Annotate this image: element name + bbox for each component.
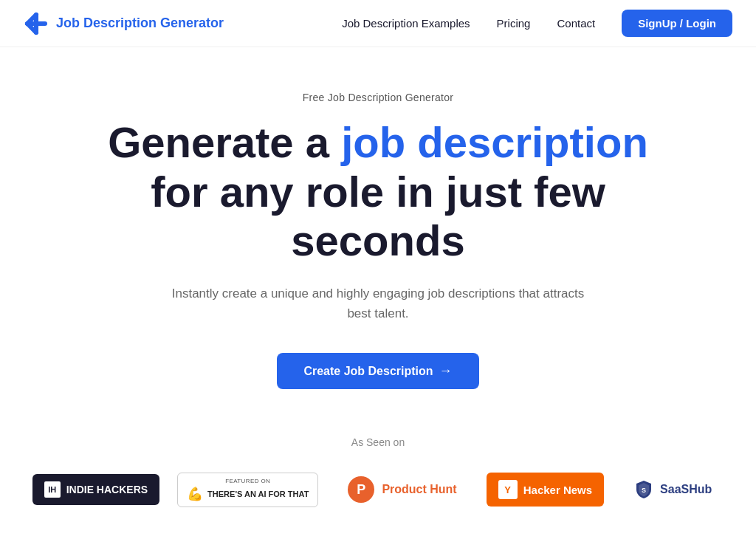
headline-part2: for any role in just few seconds (151, 168, 605, 265)
arm-icon: 💪 (187, 486, 203, 502)
product-hunt-icon: P (348, 476, 374, 503)
nav-contact[interactable]: Contact (557, 17, 595, 30)
as-seen-label: As Seen on (351, 436, 405, 448)
theresan-main-text: THERE'S AN AI FOR THAT (207, 490, 309, 498)
theresan-ai-badge[interactable]: FEATURED ON 💪 THERE'S AN AI FOR THAT (177, 473, 318, 507)
nav-pricing[interactable]: Pricing (497, 17, 531, 30)
hero-section: Free Job Description Generator Generate … (0, 47, 756, 539)
theresan-inner: 💪 THERE'S AN AI FOR THAT (187, 486, 309, 502)
headline-part1: Generate a (108, 118, 341, 166)
saashub-text: SaaSHub (660, 483, 712, 496)
signup-login-button[interactable]: SignUp / Login (622, 10, 732, 37)
nav-examples[interactable]: Job Description Examples (342, 17, 470, 30)
as-seen-section: As Seen on IH INDIE HACKERS FEATURED ON … (24, 436, 732, 510)
indie-hackers-text: INDIE HACKERS (66, 484, 148, 495)
saashub-shield-icon: S (633, 479, 654, 500)
hacker-news-badge[interactable]: Y Hacker News (487, 473, 604, 507)
main-nav: Job Description Examples Pricing Contact… (342, 10, 732, 37)
logo-icon (24, 11, 49, 36)
product-hunt-text: Product Hunt (382, 483, 456, 496)
hero-headline: Generate a job description for any role … (75, 118, 681, 266)
product-hunt-badge[interactable]: P Product Hunt (336, 469, 468, 510)
cta-arrow-icon: → (439, 363, 453, 379)
indie-hackers-badge[interactable]: IH INDIE HACKERS (32, 474, 159, 505)
hero-description: Instantly create a unique and highly eng… (171, 284, 585, 323)
cta-label: Create Job Description (303, 365, 433, 378)
indie-hackers-icon: IH (44, 481, 61, 498)
create-job-description-button[interactable]: Create Job Description → (277, 353, 478, 389)
hero-subtitle: Free Job Description Generator (303, 92, 454, 103)
logos-row: IH INDIE HACKERS FEATURED ON 💪 THERE'S A… (32, 469, 724, 510)
logo-area[interactable]: Job Description Generator (24, 11, 224, 36)
saashub-badge[interactable]: S SaaSHub (622, 472, 724, 507)
logo-text: Job Description Generator (56, 16, 224, 31)
hacker-news-text: Hacker News (523, 484, 592, 496)
headline-highlight: job description (341, 118, 648, 166)
svg-text:S: S (642, 487, 646, 494)
hacker-news-icon: Y (498, 480, 518, 499)
theresan-top-text: FEATURED ON (225, 478, 270, 484)
